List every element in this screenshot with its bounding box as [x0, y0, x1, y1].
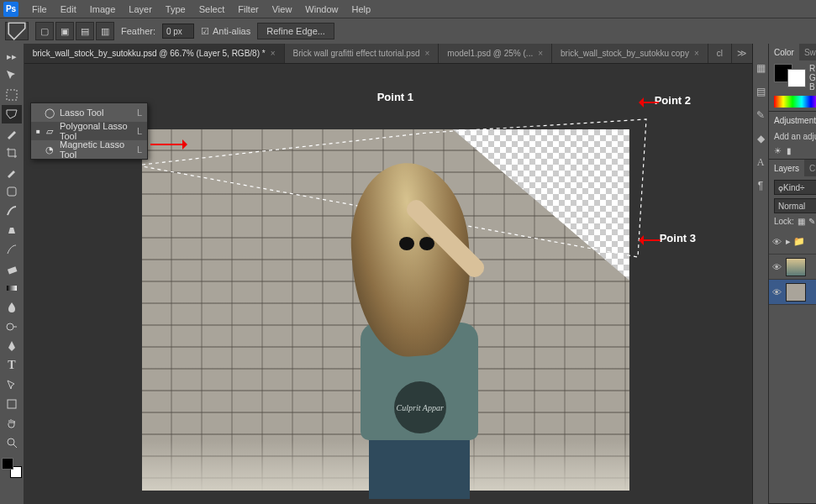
adjustments-tab[interactable]: Adjustments	[769, 112, 816, 129]
lock-transparency-icon[interactable]: ▦	[798, 217, 805, 226]
document-tab-5[interactable]: cl	[708, 44, 732, 64]
adjustments-hint: Add an adjus	[774, 132, 816, 141]
svg-rect-4	[8, 266, 17, 274]
shape-tool[interactable]	[2, 395, 22, 413]
layer-row-brick[interactable]: 👁	[769, 280, 816, 305]
visibility-icon[interactable]: 👁	[772, 262, 782, 272]
close-icon[interactable]: ×	[694, 49, 699, 58]
selection-subtract[interactable]: ▤	[76, 22, 94, 40]
menu-type[interactable]: Type	[159, 3, 192, 16]
swatches-tab[interactable]: Swat	[799, 44, 816, 60]
svg-rect-5	[7, 286, 17, 291]
menu-filter[interactable]: Filter	[231, 3, 265, 16]
feather-input[interactable]	[162, 24, 194, 39]
clone-panel-icon[interactable]: ◆	[753, 131, 768, 146]
color-tab[interactable]: Color	[769, 44, 799, 60]
zoom-tool[interactable]	[2, 433, 22, 452]
type-tool[interactable]: T	[2, 356, 22, 375]
layer-filter[interactable]: ϙ Kind ÷	[774, 180, 816, 195]
hand-tool[interactable]	[2, 414, 22, 433]
brushes-panel-icon[interactable]: ✎	[753, 108, 768, 123]
menu-view[interactable]: View	[266, 3, 299, 16]
lasso-icon: ◯	[43, 108, 56, 118]
visibility-icon[interactable]: 👁	[772, 237, 782, 247]
svg-point-8	[8, 438, 14, 445]
menu-help[interactable]: Help	[345, 3, 377, 16]
close-icon[interactable]: ×	[271, 49, 276, 58]
layers-list: 👁 ▸ 📁 👁 👁	[769, 229, 816, 406]
brightness-adj-icon[interactable]: ☀	[774, 146, 782, 155]
svg-marker-2	[7, 110, 17, 118]
brush-tool[interactable]	[2, 202, 22, 220]
r-slider-label: R	[809, 64, 816, 73]
menu-image[interactable]: Image	[83, 3, 123, 16]
annotation-point1: Point 1	[377, 91, 413, 103]
menu-file[interactable]: File	[25, 3, 54, 16]
selection-add[interactable]: ▣	[55, 22, 74, 40]
polygonal-lasso-icon: ▱	[43, 126, 56, 137]
antialias-check[interactable]: ☑Anti-alias	[201, 26, 250, 37]
channels-tab[interactable]: Chan	[804, 160, 816, 176]
close-icon[interactable]: ×	[425, 49, 430, 58]
move-tool[interactable]	[2, 66, 22, 85]
history-brush-tool[interactable]	[2, 240, 22, 259]
flyout-magnetic-lasso[interactable]: ◔ Magnetic Lasso Tool L	[31, 140, 147, 159]
eyedropper-tool[interactable]	[2, 163, 22, 181]
svg-rect-3	[8, 187, 16, 196]
gradient-tool[interactable]	[2, 279, 22, 297]
marquee-tool[interactable]	[2, 86, 22, 104]
lasso-tool[interactable]	[2, 105, 22, 123]
actions-panel-icon[interactable]: ▤	[753, 84, 768, 99]
levels-adj-icon[interactable]: ▮	[787, 146, 792, 155]
layers-tab[interactable]: Layers	[769, 160, 804, 176]
history-panel-icon[interactable]: ▦	[753, 60, 768, 76]
blur-tool[interactable]	[2, 298, 22, 317]
annotation-point3: Point 3	[660, 232, 696, 244]
menu-window[interactable]: Window	[298, 3, 345, 16]
document-tab-4[interactable]: brick_wall_stock_by_sutokku copy×	[552, 44, 708, 64]
color-spectrum[interactable]	[774, 96, 816, 108]
clone-stamp-tool[interactable]	[2, 221, 22, 239]
path-selection-tool[interactable]	[2, 375, 22, 394]
flyout-polygonal-lasso[interactable]: ■ ▱ Polygonal Lasso Tool L	[31, 122, 147, 140]
color-swatches[interactable]	[2, 458, 22, 478]
color-picker-swatches[interactable]	[774, 64, 806, 87]
selection-intersect[interactable]: ▥	[96, 22, 114, 40]
menu-edit[interactable]: Edit	[54, 3, 83, 16]
blend-mode-select[interactable]: Normal	[774, 198, 816, 213]
annotation-arrow-p3	[634, 235, 661, 245]
lock-pixels-icon[interactable]: ✎	[808, 217, 815, 226]
tabs-overflow-icon[interactable]: ≫	[732, 48, 752, 59]
magic-wand-tool[interactable]	[2, 124, 22, 143]
crop-tool[interactable]	[2, 144, 22, 162]
document-tab-2[interactable]: Brick wall grafitti effect tutorial.psd×	[285, 44, 440, 64]
document-canvas[interactable]: Culprit Appar	[142, 129, 629, 491]
g-slider-label: G	[809, 73, 816, 82]
character-panel-icon[interactable]: A	[753, 155, 768, 170]
document-tab-1[interactable]: brick_wall_stock_by_sutokku.psd @ 66.7% …	[24, 44, 285, 64]
refine-edge-button[interactable]: Refine Edge...	[257, 23, 334, 39]
menu-layer[interactable]: Layer	[122, 3, 159, 16]
close-icon[interactable]: ×	[538, 49, 543, 58]
tools-panel: ▸▸ T ◯ Lasso Tool L	[0, 44, 24, 504]
magnetic-lasso-icon: ◔	[43, 144, 56, 155]
foreground-color-swatch[interactable]	[2, 458, 13, 470]
menu-select[interactable]: Select	[192, 3, 232, 16]
layer-row-group[interactable]: 👁 ▸ 📁	[769, 229, 816, 255]
dodge-tool[interactable]	[2, 318, 22, 336]
lock-label: Lock:	[774, 217, 794, 226]
pen-tool[interactable]	[2, 337, 22, 355]
app-logo: Ps	[3, 2, 18, 17]
selection-new[interactable]: ▢	[35, 22, 54, 40]
annotation-arrow-flyout	[150, 139, 192, 150]
document-tab-3[interactable]: model1.psd @ 25% (...×	[439, 44, 552, 64]
expand-arrows-icon[interactable]: ▸▸	[2, 47, 22, 66]
visibility-icon[interactable]: 👁	[772, 287, 782, 297]
layer-row-photo[interactable]: 👁	[769, 255, 816, 280]
flyout-lasso[interactable]: ◯ Lasso Tool L	[31, 103, 147, 122]
canvas-image-model: Culprit Appar	[327, 163, 495, 491]
healing-brush-tool[interactable]	[2, 182, 22, 201]
eraser-tool[interactable]	[2, 260, 22, 278]
tool-preset-picker[interactable]	[5, 22, 29, 40]
paragraph-panel-icon[interactable]: ¶	[753, 178, 768, 193]
